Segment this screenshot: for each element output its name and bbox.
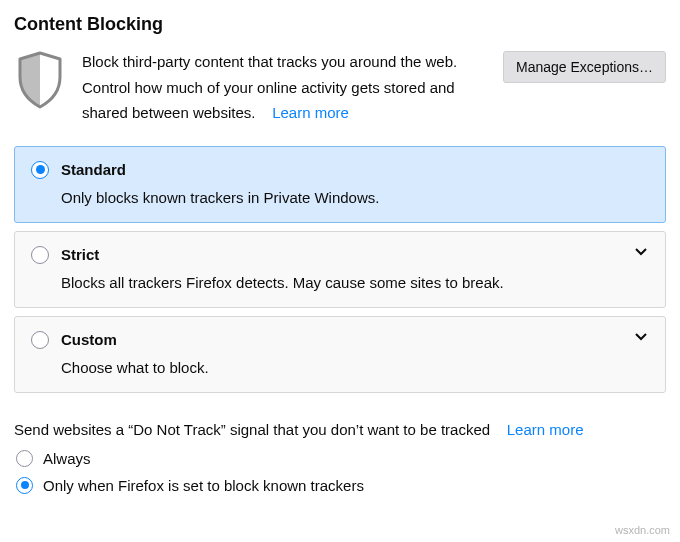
do-not-track-section: Send websites a “Do Not Track” signal th… — [14, 421, 666, 494]
dnt-option-only-when[interactable]: Only when Firefox is set to block known … — [14, 477, 666, 494]
watermark: wsxdn.com — [615, 524, 670, 536]
learn-more-link[interactable]: Learn more — [272, 104, 349, 121]
option-custom-title: Custom — [61, 331, 117, 348]
option-standard[interactable]: Standard Only blocks known trackers in P… — [14, 146, 666, 223]
dnt-option-always[interactable]: Always — [14, 450, 666, 467]
shield-icon — [16, 51, 64, 109]
dnt-prompt: Send websites a “Do Not Track” signal th… — [14, 421, 666, 438]
option-custom[interactable]: Custom Choose what to block. — [14, 316, 666, 393]
option-standard-head: Standard — [31, 161, 649, 179]
section-heading: Content Blocking — [14, 14, 666, 35]
option-strict[interactable]: Strict Blocks all trackers Firefox detec… — [14, 231, 666, 308]
dnt-prompt-text: Send websites a “Do Not Track” signal th… — [14, 421, 490, 438]
option-custom-head: Custom — [31, 331, 649, 349]
option-strict-head: Strict — [31, 246, 649, 264]
dnt-always-label: Always — [43, 450, 91, 467]
intro-description: Block third-party content that tracks yo… — [82, 53, 457, 121]
radio-dnt-only-when[interactable] — [16, 477, 33, 494]
dnt-only-when-label: Only when Firefox is set to block known … — [43, 477, 364, 494]
option-standard-title: Standard — [61, 161, 126, 178]
option-custom-desc: Choose what to block. — [61, 359, 649, 376]
radio-custom[interactable] — [31, 331, 49, 349]
radio-dnt-always[interactable] — [16, 450, 33, 467]
radio-strict[interactable] — [31, 246, 49, 264]
option-standard-desc: Only blocks known trackers in Private Wi… — [61, 189, 649, 206]
manage-exceptions-button[interactable]: Manage Exceptions… — [503, 51, 666, 83]
intro-text: Block third-party content that tracks yo… — [82, 49, 485, 126]
radio-standard[interactable] — [31, 161, 49, 179]
option-strict-desc: Blocks all trackers Firefox detects. May… — [61, 274, 649, 291]
dnt-learn-more-link[interactable]: Learn more — [507, 421, 584, 438]
option-strict-title: Strict — [61, 246, 99, 263]
intro-row: Block third-party content that tracks yo… — [14, 49, 666, 126]
